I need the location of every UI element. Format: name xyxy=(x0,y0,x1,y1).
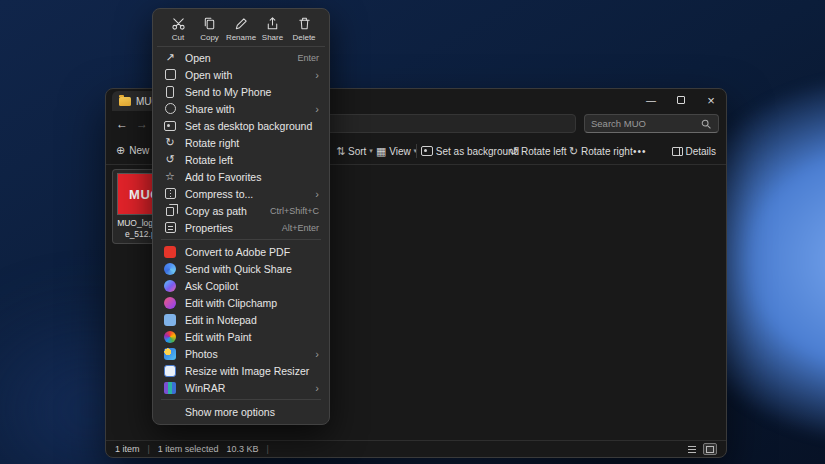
rename-icon xyxy=(234,16,249,31)
submenu-arrow-icon: › xyxy=(315,103,319,115)
new-label: New xyxy=(129,145,149,156)
maximize-button[interactable] xyxy=(666,89,696,111)
rotate-right-icon: ↻ xyxy=(163,136,177,150)
image-icon xyxy=(421,146,433,156)
notepad-icon xyxy=(163,313,177,327)
menu-item-send-with-quick-share[interactable]: Send with Quick Share xyxy=(157,260,325,277)
menu-item-share-with[interactable]: Share with › xyxy=(157,100,325,117)
submenu-arrow-icon: › xyxy=(315,348,319,360)
status-divider: | xyxy=(266,444,268,454)
rotate-right-button[interactable]: ↻ Rotate right xyxy=(569,137,633,165)
menu-item-photos[interactable]: Photos › xyxy=(157,345,325,362)
menu-item-send-to-my-phone[interactable]: Send to My Phone xyxy=(157,83,325,100)
details-view-toggle[interactable] xyxy=(685,443,699,455)
clipchamp-icon xyxy=(163,296,177,310)
copy-icon xyxy=(202,16,217,31)
menu-item-convert-to-adobe-pdf[interactable]: Convert to Adobe PDF xyxy=(157,243,325,260)
window-controls: — × xyxy=(636,89,726,111)
menu-item-properties[interactable]: Properties Alt+Enter xyxy=(157,219,325,236)
sort-label: Sort xyxy=(348,146,366,157)
quick-actions-row: Cut Copy Rename Share xyxy=(157,13,325,47)
image-resizer-icon xyxy=(163,364,177,378)
set-as-background-button[interactable]: Set as background xyxy=(421,137,519,165)
menu-item-copy-as-path[interactable]: Copy as path Ctrl+Shift+C xyxy=(157,202,325,219)
menu-item-add-to-favorites[interactable]: ☆ Add to Favorites xyxy=(157,168,325,185)
copy-path-icon xyxy=(163,204,177,218)
copilot-icon xyxy=(163,279,177,293)
rename-label: Rename xyxy=(226,33,256,42)
close-button[interactable]: × xyxy=(696,89,726,111)
photos-icon xyxy=(163,347,177,361)
menu-item-resize-with-image-resizer[interactable]: Resize with Image Resizer xyxy=(157,362,325,379)
menu-item-winrar[interactable]: WinRAR › xyxy=(157,379,325,396)
menu-item-set-as-desktop-background[interactable]: Set as desktop background xyxy=(157,117,325,134)
view-button[interactable]: ▦ View ▾ xyxy=(376,137,417,165)
menu-item-edit-in-notepad[interactable]: Edit in Notepad xyxy=(157,311,325,328)
share-button[interactable]: Share xyxy=(258,16,288,42)
no-icon xyxy=(163,405,177,419)
sort-icon: ⇅ xyxy=(336,145,345,158)
selection-size: 10.3 KB xyxy=(226,444,258,454)
rotate-left-label: Rotate left xyxy=(521,146,567,157)
minimize-icon: — xyxy=(646,95,656,106)
toolbar-divider xyxy=(412,137,421,165)
menu-separator xyxy=(161,239,321,240)
view-label: View xyxy=(389,146,411,157)
back-button[interactable]: ← xyxy=(112,117,132,131)
menu-separator xyxy=(161,399,321,400)
view-icon: ▦ xyxy=(376,145,386,158)
search-icon xyxy=(700,118,712,130)
cut-icon xyxy=(171,16,186,31)
shortcut-hint: Ctrl+Shift+C xyxy=(270,206,319,216)
open-icon: ↗ xyxy=(163,51,177,65)
menu-item-compress-to[interactable]: Compress to... › xyxy=(157,185,325,202)
rotate-left-button[interactable]: ↺ Rotate left xyxy=(509,137,567,165)
rotate-right-label: Rotate right xyxy=(581,146,633,157)
thumbnail-view-toggle[interactable] xyxy=(703,443,717,455)
zip-icon xyxy=(163,187,177,201)
cut-label: Cut xyxy=(172,33,184,42)
rotate-left-icon: ↺ xyxy=(509,145,518,158)
chevron-down-icon: ▾ xyxy=(369,147,373,155)
details-pane-icon xyxy=(672,147,683,156)
minimize-button[interactable]: — xyxy=(636,89,666,111)
menu-item-edit-with-paint[interactable]: Edit with Paint xyxy=(157,328,325,345)
rename-button[interactable]: Rename xyxy=(226,16,256,42)
star-icon: ☆ xyxy=(163,170,177,184)
submenu-arrow-icon: › xyxy=(315,188,319,200)
context-menu: Cut Copy Rename Share xyxy=(152,8,330,425)
properties-icon xyxy=(163,221,177,235)
menu-item-open[interactable]: ↗ Open Enter xyxy=(157,49,325,66)
share-icon xyxy=(265,16,280,31)
shortcut-hint: Alt+Enter xyxy=(282,223,319,233)
ellipsis-icon: ••• xyxy=(633,146,647,157)
phone-icon xyxy=(163,85,177,99)
menu-item-edit-with-clipchamp[interactable]: Edit with Clipchamp xyxy=(157,294,325,311)
copy-button[interactable]: Copy xyxy=(195,16,225,42)
cut-button[interactable]: Cut xyxy=(163,16,193,42)
view-toggles xyxy=(685,443,717,455)
more-options-button[interactable]: ••• xyxy=(633,137,647,165)
search-box[interactable]: Search MUO xyxy=(584,114,719,133)
selection-count: 1 item selected xyxy=(158,444,219,454)
maximize-icon xyxy=(677,96,685,104)
search-input[interactable]: Search MUO xyxy=(591,118,700,129)
share-label: Share xyxy=(262,33,283,42)
menu-item-show-more-options[interactable]: Show more options xyxy=(157,403,325,420)
close-icon: × xyxy=(707,93,715,108)
forward-button[interactable]: → xyxy=(132,117,152,131)
details-label: Details xyxy=(685,146,716,157)
submenu-arrow-icon: › xyxy=(315,382,319,394)
folder-icon xyxy=(119,97,131,106)
sort-button[interactable]: ⇅ Sort ▾ xyxy=(336,137,373,165)
quick-share-icon xyxy=(163,262,177,276)
menu-item-rotate-right[interactable]: ↻ Rotate right xyxy=(157,134,325,151)
delete-button[interactable]: Delete xyxy=(289,16,319,42)
menu-item-rotate-left[interactable]: ↺ Rotate left xyxy=(157,151,325,168)
rotate-right-icon: ↻ xyxy=(569,145,578,158)
shortcut-hint: Enter xyxy=(297,53,319,63)
details-pane-button[interactable]: Details xyxy=(672,137,716,165)
menu-item-open-with[interactable]: Open with › xyxy=(157,66,325,83)
menu-item-ask-copilot[interactable]: Ask Copilot xyxy=(157,277,325,294)
wallpaper-icon xyxy=(163,119,177,133)
